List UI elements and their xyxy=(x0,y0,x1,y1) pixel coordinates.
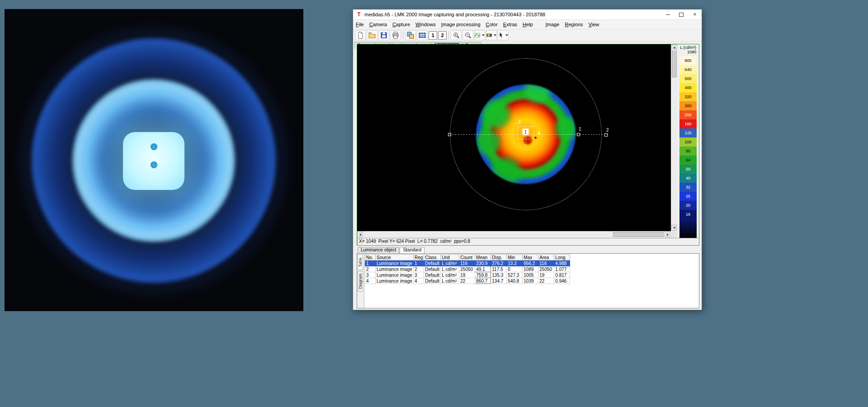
column-header-area[interactable]: Area xyxy=(538,255,554,260)
column-header-count[interactable]: Count xyxy=(459,255,475,260)
horizontal-scrollbar[interactable] xyxy=(357,231,671,237)
table-row[interactable]: 2Luminance image2DefaultL cd/m²2505049.1… xyxy=(365,266,570,272)
save-icon[interactable] xyxy=(378,30,389,40)
column-header-min[interactable]: Min xyxy=(507,255,523,260)
legend-entry-320: 320 xyxy=(679,92,697,101)
legend-title: L (cd/m²) xyxy=(677,44,699,50)
table-cell: Default xyxy=(424,278,441,284)
menu-camera[interactable]: Camera xyxy=(367,21,390,28)
menu-windows[interactable]: Windows xyxy=(413,21,439,28)
menu-file[interactable]: File xyxy=(353,21,367,28)
scroll-left-button[interactable] xyxy=(357,232,363,237)
menu-help[interactable]: Help xyxy=(520,21,536,28)
table-cell: L cd/m² xyxy=(441,260,459,266)
column-header-class-[interactable]: Class. xyxy=(424,255,441,260)
title-bar[interactable]: T medidas.h5 - LMK 2000 Image capturing … xyxy=(353,9,702,20)
legend-entry-260: 260 xyxy=(679,101,697,110)
dropdown-arrow-icon xyxy=(505,34,508,36)
bottom-tabs: Luminance objectStandard xyxy=(357,246,699,253)
legend-entry-40: 40 xyxy=(679,174,697,183)
view-1-button[interactable]: 1 xyxy=(429,31,437,40)
palette-icon[interactable] xyxy=(486,30,497,40)
region-label-3: 3 xyxy=(518,120,521,124)
vertical-scroll-thumb[interactable] xyxy=(672,51,677,77)
table-cell: 1 xyxy=(413,260,424,266)
column-header-unit[interactable]: Unit xyxy=(441,255,459,260)
menu-color[interactable]: Color xyxy=(483,21,500,28)
horizontal-scroll-thumb[interactable] xyxy=(613,232,664,237)
maximize-button[interactable] xyxy=(675,9,688,19)
column-header-no-[interactable]: No. xyxy=(365,255,376,260)
pointer-tool-icon[interactable] xyxy=(498,30,509,40)
table-cell: Default xyxy=(424,260,441,266)
table-cell: 276.2 xyxy=(491,260,507,266)
arrow-left-icon xyxy=(359,233,361,236)
table-row[interactable]: 3Luminance image3DefaultL cd/m²19759.813… xyxy=(365,272,570,278)
region-marker-left[interactable] xyxy=(448,133,451,136)
table-row[interactable]: 1Luminance image1DefaultL cd/m²116230.92… xyxy=(365,260,570,266)
table-cell: 3 xyxy=(413,272,424,278)
legend-entry-20: 20 xyxy=(679,201,697,210)
table-cell: L cd/m² xyxy=(441,278,459,284)
table-cell: 13.2 xyxy=(507,260,523,266)
menu-image-processing[interactable]: Image processing xyxy=(439,21,483,28)
measurement-table: No.SourceRegClass.UnitCountMeanDisp.MinM… xyxy=(365,254,570,284)
table-cell: 117.5 xyxy=(491,266,507,272)
dropdown-arrow-icon xyxy=(494,34,496,36)
side-tabs: TableDiagram xyxy=(357,254,364,308)
app-logo-icon: T xyxy=(355,11,363,18)
side-tab-table[interactable]: Table xyxy=(358,255,363,270)
close-button[interactable]: × xyxy=(688,9,702,19)
region-marker-1[interactable] xyxy=(577,133,580,136)
print-icon[interactable] xyxy=(390,30,401,40)
legend-entry-100: 100 xyxy=(679,137,697,147)
color-table-icon[interactable] xyxy=(417,30,428,40)
open-file-icon[interactable] xyxy=(367,30,377,40)
vertical-scrollbar[interactable] xyxy=(671,44,677,231)
menu-extras[interactable]: Extras xyxy=(500,21,520,28)
zoom-in-icon[interactable] xyxy=(451,30,462,40)
zoom-out-icon[interactable] xyxy=(462,30,473,40)
scroll-right-button[interactable] xyxy=(665,232,670,237)
evaluation-curve-icon[interactable] xyxy=(474,30,485,40)
legend-entry-800: 800 xyxy=(679,56,697,65)
column-header-disp-[interactable]: Disp. xyxy=(491,255,507,260)
table-cell: 4 xyxy=(413,278,424,284)
region-4-point[interactable] xyxy=(534,137,537,139)
table-cell: 1 xyxy=(365,260,376,266)
menu-capture[interactable]: Capture xyxy=(390,21,413,28)
toolbar-separator xyxy=(403,31,403,39)
side-tab-diagram[interactable]: Diagram xyxy=(358,271,363,292)
menu-view[interactable]: View xyxy=(586,21,602,28)
column-header-source[interactable]: Source xyxy=(376,255,414,260)
column-header-long[interactable]: Long xyxy=(554,255,570,260)
table-cell: 860.7 xyxy=(475,278,491,284)
table-cell: Default xyxy=(424,272,441,278)
menu-regions[interactable]: Regions xyxy=(562,21,585,28)
table-cell: L cd/m² xyxy=(441,272,459,278)
bottom-tab-standard[interactable]: Standard xyxy=(400,247,425,253)
legend-entry-640: 640 xyxy=(679,65,697,74)
menu-image[interactable]: Image xyxy=(543,21,562,28)
table-cell: 759.8 xyxy=(475,272,491,278)
table-cell: 527.3 xyxy=(507,272,523,278)
scroll-down-button[interactable] xyxy=(671,225,677,231)
copy-image-icon[interactable] xyxy=(405,30,416,40)
table-cell: 230.9 xyxy=(475,260,491,266)
scroll-up-button[interactable] xyxy=(671,44,677,50)
table-cell: 0.817 xyxy=(554,272,570,278)
region-marker-2[interactable] xyxy=(604,133,608,137)
new-document-icon[interactable] xyxy=(355,30,366,40)
table-cell: 3 xyxy=(365,272,376,278)
minimize-button[interactable] xyxy=(661,9,675,19)
view-2-button[interactable]: 2 xyxy=(438,31,447,40)
column-header-mean[interactable]: Mean xyxy=(475,255,491,260)
column-header-reg[interactable]: Reg xyxy=(413,255,424,260)
column-header-max[interactable]: Max xyxy=(523,255,538,260)
bottom-tab-luminance-object[interactable]: Luminance object xyxy=(358,247,399,253)
table-row[interactable]: 4Luminance image4DefaultL cd/m²22860.713… xyxy=(365,278,570,284)
scrollbar-corner xyxy=(671,231,677,237)
table-cell: 116 xyxy=(538,260,554,266)
legend-entry-50: 50 xyxy=(679,165,697,174)
luminance-canvas[interactable]: 1 2 3 4 xyxy=(357,44,671,231)
